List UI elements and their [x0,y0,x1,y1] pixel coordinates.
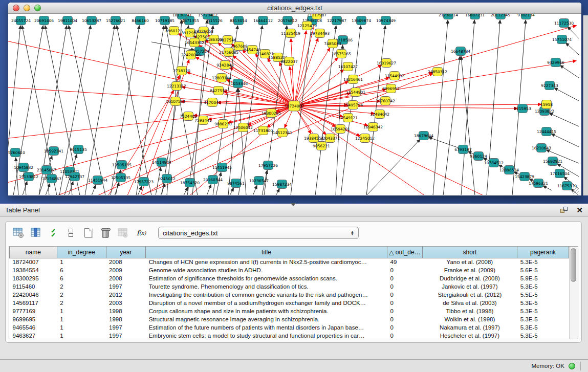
table-row[interactable]: 1938455462009Genome-wide association stu… [10,266,569,274]
network-edge[interactable] [294,65,382,106]
network-node[interactable]: 9245012 [158,174,176,183]
table-cell[interactable]: Tourette syndrome. Phenomenology and cla… [146,282,387,291]
table-cell[interactable]: 5.3E-5 [517,332,569,340]
splitter-handle[interactable] [291,203,296,206]
network-edge[interactable] [117,26,151,195]
network-node[interactable]: 13609874 [352,16,371,25]
network-node[interactable]: 24055724 [11,16,31,25]
network-edge[interactable] [543,186,552,190]
table-cell[interactable]: 2009 [106,266,146,274]
network-node[interactable]: 11325419 [281,29,300,38]
table-cell[interactable]: 1998 [106,307,146,315]
network-edge[interactable] [294,106,439,195]
network-node[interactable]: 16594201 [331,125,350,134]
network-edge[interactable] [487,20,500,195]
network-edge[interactable] [549,113,579,126]
network-edge[interactable] [156,167,161,195]
network-node[interactable]: 14514944 [152,158,171,167]
table-cell[interactable]: de Silva et al. (2003) [422,299,517,307]
table-cell[interactable]: 1997 [106,282,146,291]
table-cell[interactable]: Structural magnetic resonance image aver… [146,315,387,323]
table-cell[interactable]: 2 [57,291,106,299]
table-row[interactable]: 1830029562008Estimation of significance … [10,274,569,282]
network-node[interactable]: 18754320 [180,179,200,187]
table-cell[interactable]: 0 [387,282,423,291]
column-header-out_de[interactable]: △ out_de… [387,247,423,258]
network-node[interactable]: 4170041 [204,98,221,107]
network-edge[interactable] [92,185,96,195]
network-edge[interactable] [184,187,188,195]
table-row[interactable]: 1872400712008Changes of HCN gene express… [10,258,569,266]
network-node[interactable]: 23145067 [37,166,56,174]
table-cell[interactable]: 5.3E-5 [517,323,569,332]
table-row[interactable]: 946362711997Embryonic stem cells: a mode… [10,332,569,340]
network-node[interactable]: 9056221 [313,142,330,150]
table-row[interactable]: 946554611997Estimation of the future num… [10,323,569,332]
network-node[interactable]: 10719185 [155,16,175,25]
network-node[interactable]: 15495794 [343,101,363,110]
table-cell[interactable]: Yano et al. (2008) [422,258,517,266]
network-node[interactable]: 10974349 [376,16,396,25]
table-cell[interactable]: 49 [387,258,423,266]
table-cell[interactable]: Estimation of the future numbers of pati… [146,323,387,332]
table-cell[interactable]: 2 [57,282,106,291]
network-node[interactable]: 8813054 [230,16,247,25]
network-node[interactable]: 12217987 [327,16,346,25]
table-cell[interactable]: 19384554 [10,266,57,274]
scrollbar-thumb[interactable] [571,248,576,282]
table-cell[interactable]: 2008 [106,274,146,282]
network-node[interactable]: 16887231 [465,14,485,19]
table-cell[interactable]: 22420046 [10,291,57,299]
network-node[interactable]: 15276021 [106,16,125,25]
table-cell[interactable]: 0 [387,323,423,332]
network-edge[interactable] [276,189,279,195]
network-edge[interactable] [290,67,294,106]
table-cell[interactable]: Embryonic stem cells: a model to study s… [146,332,387,340]
table-cell[interactable]: Franke et al. (2009) [422,266,517,274]
network-node[interactable]: 19133812 [19,172,38,181]
network-node[interactable]: 17016504 [550,169,570,178]
table-cell[interactable]: 0 [387,266,423,274]
network-node[interactable]: 16464112 [253,16,273,25]
network-node[interactable]: 21053346 [228,79,248,88]
network-node[interactable]: 6793197 [454,145,472,154]
table-cell[interactable]: Nakamura et al. (1997) [422,323,517,332]
network-node[interactable]: 15692921 [543,157,562,166]
table-cell[interactable]: Hescheler et al. (1997) [422,332,517,340]
table-cell[interactable]: 6 [57,266,106,274]
table-row[interactable]: 977716911998Corpus callosum shape and si… [10,307,569,315]
network-edge[interactable] [253,185,257,195]
table-cell[interactable]: Genome-wide association studies in ADHD. [146,266,387,274]
network-node[interactable]: 15958 [540,100,553,109]
table-cell[interactable]: Jankovic et al. (1997) [422,282,517,291]
table-cell[interactable]: 5.3E-5 [517,307,569,315]
table-cell[interactable]: 5.9E-5 [517,274,569,282]
network-node[interactable]: 9329966 [547,58,564,67]
network-node[interactable]: 17957226 [258,161,278,170]
network-edge[interactable] [551,134,579,147]
column-check-icon[interactable]: ✓✓ [47,226,60,239]
network-node[interactable]: 16107427 [338,62,358,71]
network-node[interactable]: 16946342 [363,123,383,132]
table-cell[interactable]: 2003 [106,299,146,307]
network-edge[interactable] [161,183,165,195]
table-cell[interactable]: 9777169 [10,307,57,315]
minimize-window-button[interactable] [24,5,30,11]
network-node[interactable]: 7593441 [194,116,212,125]
table-cell[interactable]: Wolkin et al. (1998) [422,315,517,323]
network-node[interactable]: 9782134 [517,14,535,19]
column-header-name[interactable]: name [10,247,57,258]
network-node[interactable]: 14512341 [273,128,292,137]
table-cell[interactable]: Disruption of a novel member of a sodium… [146,299,387,307]
network-node[interactable]: 20160344 [203,176,223,184]
network-node[interactable]: 8466160 [132,16,149,25]
column-header-title[interactable]: title [146,247,387,258]
table-scrollbar[interactable] [569,247,578,339]
table-row[interactable]: 1456911722003Disruption of a novel membe… [10,299,569,307]
table-cell[interactable]: 1 [57,307,106,315]
table-cell[interactable]: 5.3E-5 [517,258,569,266]
table-cell[interactable]: Dudbridge et al. (2008) [422,274,517,282]
function-builder-icon[interactable]: f(x) [135,226,148,239]
table-row[interactable]: 969969511998Structural magnetic resonanc… [10,315,569,323]
network-edge[interactable] [291,38,294,106]
